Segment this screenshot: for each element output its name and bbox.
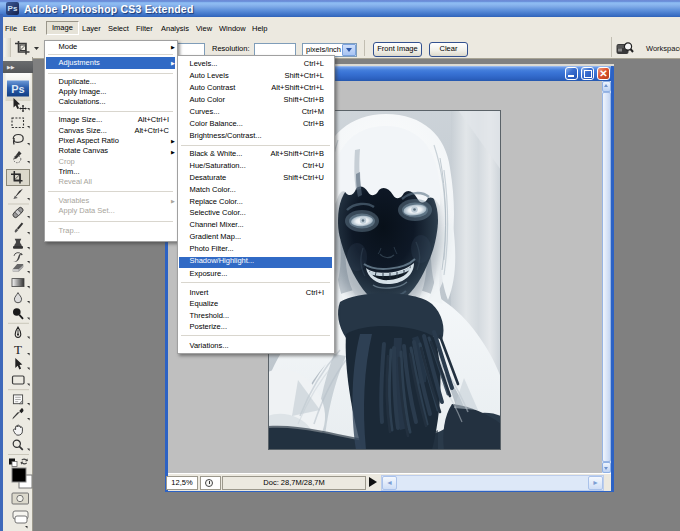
svg-text:T: T bbox=[14, 342, 22, 357]
svg-text:Ps: Ps bbox=[11, 83, 24, 95]
